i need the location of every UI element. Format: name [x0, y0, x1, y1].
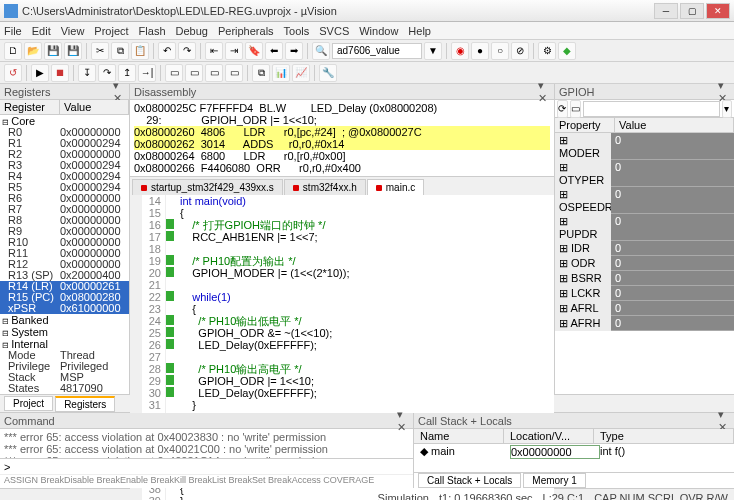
disasm-line[interactable]: 0x0800025C F7FFFFD4 BL.W LED_Delay (0x08… [134, 102, 550, 114]
code-line[interactable] [180, 243, 554, 255]
run-icon[interactable]: ▶ [31, 64, 49, 82]
code-line[interactable]: { [180, 207, 554, 219]
reg-group-banked[interactable]: Banked [0, 314, 129, 326]
redo-icon[interactable]: ↷ [178, 42, 196, 60]
code-line[interactable] [180, 351, 554, 363]
code-line[interactable]: RCC_AHB1ENR |= 1<<7; [180, 231, 554, 243]
run-to-cursor-icon[interactable]: →| [138, 64, 156, 82]
window-4-icon[interactable]: ▭ [225, 64, 243, 82]
menu-edit[interactable]: Edit [32, 25, 51, 37]
tab-registers[interactable]: Registers [55, 396, 115, 412]
prop-afrl[interactable]: ⊞ AFRL0 [555, 301, 734, 316]
window-2-icon[interactable]: ▭ [185, 64, 203, 82]
tab-callstack[interactable]: Call Stack + Locals [418, 473, 521, 488]
find-icon[interactable]: 🔍 [312, 42, 330, 60]
tab-startup_stm32f429_439xx-s[interactable]: startup_stm32f429_439xx.s [132, 179, 283, 195]
breakpoint-disable-icon[interactable]: ○ [491, 42, 509, 60]
maximize-button[interactable]: ▢ [680, 3, 704, 19]
copy-icon[interactable]: ⧉ [111, 42, 129, 60]
prop-pupdr[interactable]: ⊞ PUPDR0 [555, 214, 734, 241]
undo-icon[interactable]: ↶ [158, 42, 176, 60]
reg-group-system[interactable]: System [0, 326, 129, 338]
disasm-line[interactable]: 0x08000260 4806 LDR r0,[pc,#24] ; @0x080… [134, 126, 550, 138]
prop-odr[interactable]: ⊞ ODR0 [555, 256, 734, 271]
code-line[interactable]: while(1) [180, 291, 554, 303]
gpioh-filter[interactable] [583, 101, 720, 117]
toolbox-icon[interactable]: 🔧 [319, 64, 337, 82]
menu-flash[interactable]: Flash [139, 25, 166, 37]
disassembly-close-icon[interactable]: ▾ ✕ [538, 86, 550, 98]
tab-stm32f4xx-h[interactable]: stm32f4xx.h [284, 179, 366, 195]
bookmark-icon[interactable]: 🔖 [245, 42, 263, 60]
menu-project[interactable]: Project [94, 25, 128, 37]
code-line[interactable]: /* PH10输出低电平 */ [180, 315, 554, 327]
reg-row-xpsr[interactable]: xPSR0x61000000 [0, 303, 129, 314]
reg-col-name[interactable]: Register [0, 100, 60, 114]
analyzer-icon[interactable]: 📊 [272, 64, 290, 82]
prop-moder[interactable]: ⊞ MODER0 [555, 133, 734, 160]
tab-memory1[interactable]: Memory 1 [523, 473, 585, 488]
new-file-icon[interactable]: 🗋 [4, 42, 22, 60]
find-combo[interactable] [332, 43, 422, 59]
prop-afrh[interactable]: ⊞ AFRH0 [555, 316, 734, 331]
tab-main-c[interactable]: main.c [367, 179, 424, 195]
reg-row-states[interactable]: States4817090 [0, 383, 129, 394]
serial-icon[interactable]: ⧉ [252, 64, 270, 82]
menu-window[interactable]: Window [359, 25, 398, 37]
prop-idr[interactable]: ⊞ IDR0 [555, 241, 734, 256]
code-line[interactable]: LED_Delay(0xEFFFFF); [180, 387, 554, 399]
indent-left-icon[interactable]: ⇤ [205, 42, 223, 60]
save-icon[interactable]: 💾 [44, 42, 62, 60]
code-line[interactable]: GPIOH_MODER |= (1<<(2*10)); [180, 267, 554, 279]
code-line[interactable]: int main(void) [180, 195, 554, 207]
bookmark-next-icon[interactable]: ➡ [285, 42, 303, 60]
code-line[interactable]: /* 打开GPIOH端口的时钟 */ [180, 219, 554, 231]
disasm-line[interactable]: 0x08000266 F4406080 ORR r0,r0,#0x400 [134, 162, 550, 174]
gpioh-refresh-icon[interactable]: ⟳ [557, 100, 568, 118]
code-line[interactable]: LED_Delay(0xEFFFFF); [180, 339, 554, 351]
find-next-icon[interactable]: ▼ [424, 42, 442, 60]
reset-icon[interactable]: ↺ [4, 64, 22, 82]
command-input[interactable]: > [0, 458, 413, 474]
code-line[interactable]: { [180, 303, 554, 315]
open-file-icon[interactable]: 📂 [24, 42, 42, 60]
breakpoint-kill-icon[interactable]: ⊘ [511, 42, 529, 60]
gpioh-col-value[interactable]: Value [615, 118, 734, 133]
cs-col-type[interactable]: Type [594, 429, 734, 444]
disasm-line[interactable]: 0x08000262 3014 ADDS r0,r0,#0x14 [134, 138, 550, 150]
close-button[interactable]: ✕ [706, 3, 730, 19]
paste-icon[interactable]: 📋 [131, 42, 149, 60]
disasm-line[interactable]: 29: GPIOH_ODR |= 1<<10; [134, 114, 550, 126]
prop-ospeedr[interactable]: ⊞ OSPEEDR0 [555, 187, 734, 214]
trace-icon[interactable]: 📈 [292, 64, 310, 82]
code-line[interactable]: /* PH10输出高电平 */ [180, 363, 554, 375]
manage-icon[interactable]: ◆ [558, 42, 576, 60]
code-line[interactable]: GPIOH_ODR |= 1<<10; [180, 375, 554, 387]
stop-icon[interactable]: ⏹ [51, 64, 69, 82]
gpioh-show-icon[interactable]: ▭ [570, 100, 581, 118]
save-all-icon[interactable]: 💾 [64, 42, 82, 60]
reg-col-value[interactable]: Value [60, 100, 129, 114]
menu-help[interactable]: Help [408, 25, 431, 37]
menu-view[interactable]: View [61, 25, 85, 37]
menu-peripherals[interactable]: Peripherals [218, 25, 274, 37]
menu-file[interactable]: File [4, 25, 22, 37]
breakpoint-icon[interactable]: ● [471, 42, 489, 60]
step-into-icon[interactable]: ↧ [78, 64, 96, 82]
menu-debug[interactable]: Debug [176, 25, 208, 37]
cs-row-main[interactable]: ◆ main 0x00000000 int f() [414, 444, 734, 460]
config-icon[interactable]: ⚙ [538, 42, 556, 60]
window-1-icon[interactable]: ▭ [165, 64, 183, 82]
prop-otyper[interactable]: ⊞ OTYPER0 [555, 160, 734, 187]
cut-icon[interactable]: ✂ [91, 42, 109, 60]
prop-bsrr[interactable]: ⊞ BSRR0 [555, 271, 734, 286]
debug-icon[interactable]: ◉ [451, 42, 469, 60]
registers-close-icon[interactable]: ▾ ✕ [113, 86, 125, 98]
gpioh-col-property[interactable]: Property [555, 118, 615, 133]
indent-right-icon[interactable]: ⇥ [225, 42, 243, 60]
window-3-icon[interactable]: ▭ [205, 64, 223, 82]
cs-col-loc[interactable]: Location/V... [504, 429, 594, 444]
code-line[interactable] [180, 279, 554, 291]
menu-svcs[interactable]: SVCS [319, 25, 349, 37]
tab-project[interactable]: Project [4, 396, 53, 411]
